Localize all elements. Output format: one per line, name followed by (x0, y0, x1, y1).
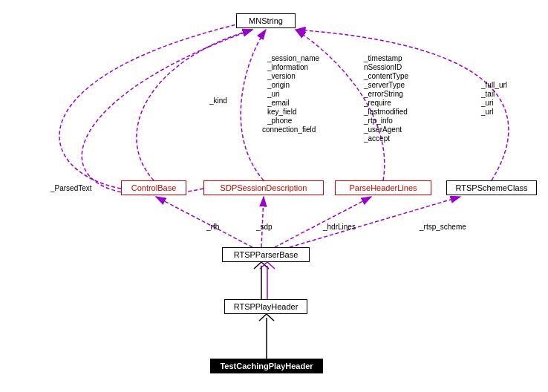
svg-line-3 (261, 197, 264, 247)
label-sdp: _sdp (256, 223, 273, 231)
label-rfb: _rfb (206, 223, 219, 231)
node-mnstring: MNString (236, 13, 296, 28)
label-rtsp-scheme: _rtsp_scheme (420, 223, 466, 231)
label-phone: _phone (267, 117, 292, 125)
node-controlbase: ControlBase (121, 180, 186, 195)
label-tail: _tail (481, 90, 495, 98)
label-kind: _kind (209, 97, 227, 105)
label-origin: _origin (267, 81, 290, 89)
node-rtspscheme: RTSPSchemeClass (446, 180, 537, 195)
label-email: _email (267, 99, 289, 107)
svg-line-5 (290, 197, 460, 247)
node-rtspparserbase: RTSPParserBase (222, 247, 310, 262)
node-parseheader: ParseHeaderLines (335, 180, 431, 195)
label-connection: connection_field (262, 125, 316, 134)
label-version: _version (267, 72, 296, 80)
label-require: _require (364, 99, 391, 107)
label-accept: _accept (364, 134, 390, 143)
node-sdpsession: SDPSessionDescription (203, 180, 324, 195)
label-full-url: _full_url (481, 81, 507, 89)
node-rtspplayheader: RTSPPlayHeader (224, 299, 307, 314)
label-session-name: _session_name (267, 54, 319, 62)
label-timestamp: _timestamp (364, 54, 402, 62)
label-lastmodified: _lastmodified (364, 108, 408, 116)
label-parsed-text: _ParsedText (50, 184, 92, 192)
label-information: _information (267, 63, 308, 71)
label-uri2: _uri (481, 99, 494, 107)
label-nsessionid: nSessionID (364, 63, 402, 71)
svg-line-4 (275, 197, 371, 247)
label-contenttype: _contentType (364, 72, 408, 80)
label-url: _url (481, 108, 494, 116)
label-uri: _uri (267, 90, 280, 98)
label-key-field: key_field (267, 108, 296, 116)
svg-line-2 (156, 197, 252, 247)
label-errorstring: _errorString (364, 90, 403, 98)
node-testcaching: TestCachingPlayHeader (210, 359, 323, 373)
label-servertype: _serverType (364, 81, 405, 89)
diagram-container: MNString _session_name _information _ver… (0, 0, 548, 392)
label-useragent: _userAgent (364, 125, 402, 134)
label-rtp-info: _rtp_info (364, 117, 393, 125)
label-hdrlines: _hdrLines (323, 223, 356, 231)
